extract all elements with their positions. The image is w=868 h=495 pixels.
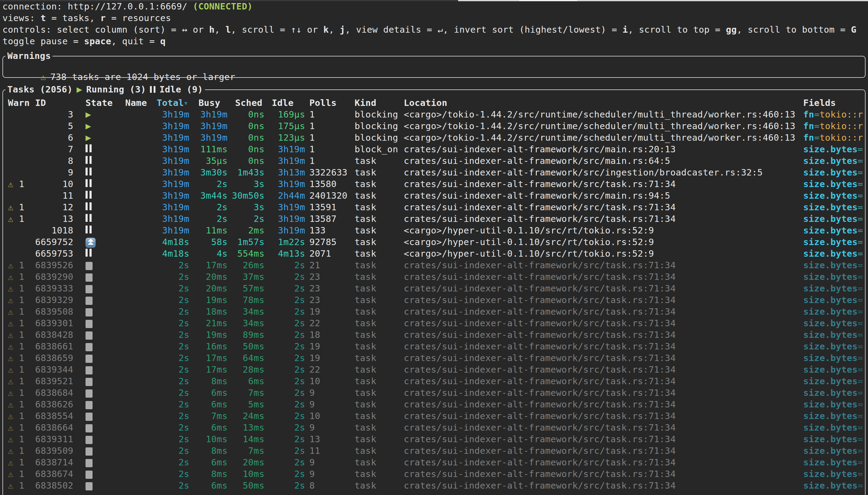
table-row[interactable]: ⚠1133h19m2s2s3h19m13587taskcrates/sui-in… [3,213,865,225]
table-row[interactable]: ⚠168386612s16ms50ms2s19taskcrates/sui-in… [3,341,865,352]
cell-warn-count: 1 [19,480,24,491]
table-row[interactable]: 5▶3h19m3h19m0ns175µs1blocking<cargo>/tok… [3,120,865,132]
cell-total: 2s [147,306,189,318]
table-row[interactable]: ⚠168395262s17ms26ms2s21taskcrates/sui-in… [3,259,865,271]
table-row[interactable]: 6▶3h19m3h19m0ns123µs1blocking<cargo>/tok… [3,132,865,143]
cell-sched: 34ms [228,318,265,329]
cell-busy: 6ms [193,422,228,433]
cell-location: <cargo>/tokio-1.44.2/src/runtime/schedul… [404,120,795,132]
cell-idle: 2s [269,410,305,422]
table-row[interactable]: ⚠1103h19m2s3s3h19m13580taskcrates/sui-in… [3,178,865,190]
column-header-name[interactable]: Name [125,97,147,109]
table-row[interactable]: 83h19m35µs0ns3h19m1taskcrates/sui-indexe… [3,155,865,167]
table-row[interactable]: ⚠168386262s6ms5ms2s9taskcrates/sui-index… [3,398,865,410]
field-key: size.bytes [803,167,857,177]
cell-location: crates/sui-indexer-alt-framework/src/mai… [404,143,675,155]
cell-id: 6839333 [24,283,73,294]
column-header-busy[interactable]: Busy [199,97,220,109]
table-row[interactable]: ⚠168392902s20ms37ms2s23taskcrates/sui-in… [3,271,865,283]
field-equals: = [857,376,863,386]
column-header-id[interactable]: ID [35,97,46,109]
table-row[interactable]: ⚠168384282s19ms89ms2s18taskcrates/sui-in… [3,329,865,341]
cell-kind: blocking [355,120,398,132]
table-row[interactable]: ⚠168393012s21ms34ms2s22taskcrates/sui-in… [3,318,865,329]
cell-location: crates/sui-indexer-alt-framework/src/tas… [404,410,675,422]
cell-polls: 13580 [310,178,337,190]
column-header-fields[interactable]: Fields [803,97,836,109]
cell-kind: task [355,398,376,410]
column-header-sched[interactable]: Sched [235,97,262,109]
cell-sched: 26ms [228,259,265,271]
table-row[interactable]: 10183h19m11ms2ms3h19m133task<cargo>/hype… [3,225,865,236]
state-idle-icon [85,168,91,175]
table-row[interactable]: 66597534m18s4s554ms4m13s2071task<cargo>/… [3,248,865,259]
table-row[interactable]: 113h19m3m44s30m50s2h44m2401320taskcrates… [3,190,865,201]
warn-triangle-icon: ⚠ [8,410,14,422]
cell-state [85,201,91,213]
state-completed-icon [85,273,93,282]
table-row[interactable]: ⚠168386642s6ms13ms2s9taskcrates/sui-inde… [3,422,865,433]
table-row[interactable]: ⚠168386742s8ms10ms2s9taskcrates/sui-inde… [3,468,865,480]
column-header-polls[interactable]: Polls [310,97,337,109]
cell-polls: 9 [310,468,315,480]
cell-sched: 7ms [228,387,265,398]
field-key: size.bytes [803,318,857,328]
cell-busy: 2s [193,178,228,190]
table-row[interactable]: ⚠168387142s6ms20ms2s9taskcrates/sui-inde… [3,457,865,468]
field-equals: = [814,109,820,120]
table-row[interactable]: ⚠1123h19m2s3s3h19m13591taskcrates/sui-in… [3,201,865,213]
column-header-location[interactable]: Location [404,97,447,109]
cell-kind: task [355,387,376,398]
field-equals: = [857,388,863,398]
cell-polls: 1 [310,155,315,167]
table-row[interactable]: ⚠168385542s7ms24ms2s10taskcrates/sui-ind… [3,410,865,422]
cell-total: 2s [147,271,189,283]
table-row[interactable]: 73h19m111ms0ns3h19m1block_oncrates/sui-i… [3,143,865,155]
table-row[interactable]: ⚠168393292s19ms78ms2s23taskcrates/sui-in… [3,294,865,306]
cell-sched: 78ms [228,294,265,306]
column-header-warn[interactable]: Warn [8,97,30,109]
cell-total: 2s [147,410,189,422]
column-header-total[interactable]: Total▿ [157,97,188,109]
cell-idle: 2s [269,329,305,341]
field-equals: = [857,341,863,352]
help-text: connection: http://127.0.0.1:6669/ (CONN… [2,1,856,47]
table-row[interactable]: ⚠168395092s8ms7ms2s11taskcrates/sui-inde… [3,445,865,457]
cell-id: 6839508 [24,306,73,318]
warn-triangle-icon: ⚠ [8,271,14,283]
cell-sched: 20ms [228,457,265,468]
state-idle-icon [85,249,91,257]
cell-state [85,213,91,225]
cell-location: <cargo>/hyper-util-0.1.10/src/rt/tokio.r… [404,248,654,259]
cell-kind: task [355,352,376,364]
column-header-idle[interactable]: Idle [272,97,294,109]
table-row[interactable]: ⚠168385022s6ms50ms2s8taskcrates/sui-inde… [3,480,865,491]
help-text-segment: , view details = ↵, invert sort (highest… [345,24,622,35]
warnings-panel: Warnings ⚠738 tasks are 1024 bytes or la… [2,56,866,78]
state-completed-icon [85,355,93,363]
cell-sched: 1m57s [228,236,265,248]
cell-total: 3h19m [147,120,189,132]
table-row[interactable]: ⚠168386592s17ms64ms2s19taskcrates/sui-in… [3,352,865,364]
table-row[interactable]: ⚠168395212s8ms6ms2s10taskcrates/sui-inde… [3,375,865,387]
table-row[interactable]: 3▶3h19m3h19m0ns169µs1blocking<cargo>/tok… [3,109,865,120]
table-row[interactable]: ⚠168393332s20ms57ms2s23taskcrates/sui-in… [3,283,865,294]
field-key: size.bytes [803,364,857,375]
table-row[interactable]: 66597524m18s58s1m57s1m22s92785task<cargo… [3,236,865,248]
cell-polls: 133 [310,225,326,236]
column-header-state[interactable]: State [85,97,113,109]
warn-triangle-icon: ⚠ [8,422,14,433]
column-header-kind[interactable]: Kind [355,97,376,109]
cell-state [85,248,91,259]
cell-kind: blocking [355,132,398,143]
table-row[interactable]: ⚠168393112s10ms14ms2s13taskcrates/sui-in… [3,433,865,445]
cell-sched: 554ms [228,248,265,259]
cell-idle: 2s [269,457,305,468]
table-row[interactable]: ⚠168386842s6ms7ms2s9taskcrates/sui-index… [3,387,865,398]
cell-idle: 2s [269,271,305,283]
cell-idle: 2s [269,445,305,457]
table-row[interactable]: 93h19m3m30s1m43s3h13m3322633taskcrates/s… [3,167,865,178]
table-row[interactable]: ⚠168393442s17ms28ms2s22taskcrates/sui-in… [3,364,865,375]
cell-id: 6839344 [24,364,73,375]
table-row[interactable]: ⚠168395082s18ms34ms2s19taskcrates/sui-in… [3,306,865,318]
